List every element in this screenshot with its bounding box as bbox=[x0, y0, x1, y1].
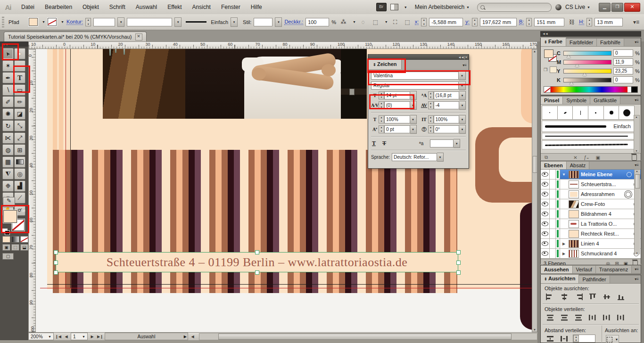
chevron-down-icon[interactable]: ▼ bbox=[410, 91, 417, 100]
layer-row[interactable]: ▶Schmuckrand 4 bbox=[541, 249, 641, 259]
visibility-cell[interactable] bbox=[541, 170, 550, 179]
underline-button[interactable]: T bbox=[372, 140, 376, 147]
tab-absatz[interactable]: Absatz bbox=[567, 162, 590, 169]
menu-ansicht[interactable]: Ansicht bbox=[187, 0, 216, 14]
mesh-tool[interactable]: ▦ bbox=[2, 156, 14, 168]
layer-name[interactable]: Schmuckrand 4 bbox=[581, 251, 617, 256]
layer-thumbnail[interactable] bbox=[569, 210, 579, 218]
black-swatch[interactable] bbox=[631, 87, 637, 92]
layer-main[interactable]: ▼Meine Ebene bbox=[560, 170, 641, 179]
layer-row[interactable]: Bildrahmen 4 bbox=[541, 209, 641, 219]
chevron-down-icon[interactable]: ▼ bbox=[459, 125, 466, 134]
menu-datei[interactable]: Datei bbox=[16, 0, 40, 14]
arrange-documents-icon[interactable] bbox=[390, 4, 398, 10]
panel-menu-icon[interactable]: ▾≡ bbox=[631, 17, 641, 27]
corner-shape-dark[interactable] bbox=[520, 203, 532, 330]
align-left-button[interactable] bbox=[545, 292, 556, 301]
dist-vcenter-button[interactable] bbox=[559, 313, 570, 322]
shape-builder-tool[interactable]: ◍ bbox=[2, 144, 14, 155]
align-top-button[interactable] bbox=[587, 292, 598, 301]
tab-farbe[interactable]: Farbe bbox=[541, 38, 566, 46]
close-button[interactable]: ✕ bbox=[624, 3, 640, 12]
brush-einfach[interactable]: Einfach bbox=[542, 121, 634, 132]
channel-slider[interactable] bbox=[563, 60, 611, 65]
gradient-mode-button[interactable] bbox=[11, 236, 19, 243]
kerning-control[interactable]: A⁄V ▲▼ (0) ▼ bbox=[371, 101, 417, 109]
brush-swatch[interactable] bbox=[557, 106, 573, 120]
horizontal-scrollbar[interactable] bbox=[199, 333, 537, 340]
scroll-up-icon[interactable]: ▲ bbox=[634, 115, 639, 118]
layer-name[interactable]: Meine Ebene bbox=[581, 172, 612, 177]
rotate-tool[interactable]: ↻ bbox=[2, 120, 14, 131]
tab-aussehen[interactable]: Aussehen bbox=[541, 266, 573, 273]
h-scale-stepper[interactable]: ▲▼ bbox=[379, 115, 384, 123]
layer-thumbnail[interactable] bbox=[569, 171, 579, 179]
chevron-down-icon[interactable]: ▼ bbox=[459, 101, 466, 110]
blob-brush-tool[interactable]: ✺ bbox=[2, 108, 14, 120]
expand-icon[interactable]: ▶ bbox=[561, 242, 567, 246]
selection-tool[interactable]: ➤ bbox=[2, 48, 14, 59]
remove-brush-stroke-icon[interactable]: ✕ bbox=[573, 155, 577, 160]
chevron-down-icon[interactable]: ▼ bbox=[459, 81, 466, 90]
layer-row[interactable]: Rechteck Rest... bbox=[541, 229, 641, 239]
x-stepper[interactable]: ▲▼ bbox=[421, 18, 427, 26]
visibility-cell[interactable] bbox=[541, 239, 550, 248]
chevron-down-icon[interactable]: ▼ bbox=[437, 153, 444, 162]
menu-schrift[interactable]: Schrift bbox=[104, 0, 131, 14]
swap-fill-stroke-icon[interactable]: ⇄ bbox=[22, 209, 25, 213]
channel-slider[interactable] bbox=[563, 69, 611, 74]
chevron-down-icon[interactable]: ▼ bbox=[275, 17, 282, 27]
chevron-down-icon[interactable]: ▼ bbox=[454, 139, 460, 148]
delete-brush-icon[interactable] bbox=[632, 155, 637, 161]
baseline-stepper[interactable]: ▲▼ bbox=[379, 125, 384, 133]
bridge-button[interactable]: Br bbox=[376, 3, 387, 11]
layer-thumbnail[interactable] bbox=[569, 190, 579, 198]
panel-menu-icon[interactable]: ▾≡ bbox=[633, 162, 641, 169]
brush-options-icon[interactable]: ƒ₌ bbox=[584, 155, 589, 160]
blend-tool[interactable]: ◎ bbox=[14, 168, 25, 180]
layer-row[interactable]: Schteuertstra... bbox=[541, 180, 641, 189]
width-stepper[interactable]: ▲▼ bbox=[526, 18, 532, 26]
lock-cell[interactable] bbox=[550, 209, 556, 219]
brush-definition-field[interactable] bbox=[127, 18, 172, 26]
selection-handle[interactable] bbox=[255, 270, 259, 275]
x-position-field[interactable]: -5,588 mm bbox=[429, 18, 463, 26]
first-page-button[interactable]: ❙◀ bbox=[55, 333, 62, 340]
scroll-up-icon[interactable]: ▲ bbox=[635, 170, 639, 172]
font-size-control[interactable]: T ▲▼ 14 pt ▼ bbox=[371, 91, 417, 99]
recolor-artwork-icon[interactable]: ⁂ bbox=[339, 17, 348, 27]
last-page-button[interactable]: ▶❙ bbox=[97, 333, 104, 340]
draw-inside-button[interactable]: ⬓ bbox=[20, 244, 28, 251]
layer-thumbnail[interactable] bbox=[569, 230, 579, 238]
layer-main[interactable]: Rechteck Rest... bbox=[560, 229, 641, 238]
scroll-left-icon[interactable]: ◀ bbox=[189, 333, 196, 340]
none-swatch[interactable] bbox=[544, 87, 551, 92]
layer-thumbnail[interactable] bbox=[569, 240, 579, 248]
fill-color-swatch[interactable] bbox=[29, 18, 38, 26]
chevron-down-icon[interactable]: ▼ bbox=[117, 17, 124, 27]
layer-name[interactable]: Rechteck Rest... bbox=[581, 231, 619, 237]
channel-slider[interactable] bbox=[563, 78, 611, 82]
chevron-down-icon[interactable]: ▼ bbox=[459, 71, 466, 80]
vertical-scrollbar[interactable]: ▲ ▼ bbox=[532, 49, 537, 332]
layer-main[interactable]: Crew-Foto bbox=[560, 199, 641, 209]
panel-menu-icon[interactable]: ▾≡ bbox=[633, 266, 641, 273]
width-field[interactable]: 151 mm bbox=[534, 18, 564, 26]
horizontal-ruler[interactable]: 1001020304050607080901001101201301401501… bbox=[28, 41, 537, 49]
collapse-dock-icon[interactable]: ◄◄ bbox=[540, 31, 641, 37]
menu-bearbeiten[interactable]: Bearbeiten bbox=[40, 0, 77, 14]
pen-tool[interactable]: ✒ bbox=[2, 72, 14, 83]
language-combo[interactable]: Deutsch: Refor... ▼ bbox=[392, 153, 444, 161]
address-text-frame[interactable]: Schteuertstraße 4 – 01199 Berlin – www.l… bbox=[56, 252, 458, 272]
leading-control[interactable]: ᴬA ▲▼ (16,8 pt ▼ bbox=[421, 91, 466, 99]
close-tab-icon[interactable]: ✕ bbox=[135, 33, 142, 41]
visibility-cell[interactable] bbox=[541, 180, 550, 189]
channel-slider[interactable] bbox=[563, 51, 611, 56]
layer-row[interactable]: ▼Meine Ebene bbox=[541, 170, 641, 180]
space-vertical-button[interactable] bbox=[545, 334, 556, 343]
eraser-tool[interactable]: ◪ bbox=[14, 108, 25, 120]
opacity-field[interactable]: 100 bbox=[305, 18, 329, 26]
chevron-down-icon[interactable]: ▼ bbox=[61, 20, 64, 24]
fill-proxy-swatch[interactable] bbox=[544, 49, 553, 58]
align-right-button[interactable] bbox=[573, 292, 584, 301]
